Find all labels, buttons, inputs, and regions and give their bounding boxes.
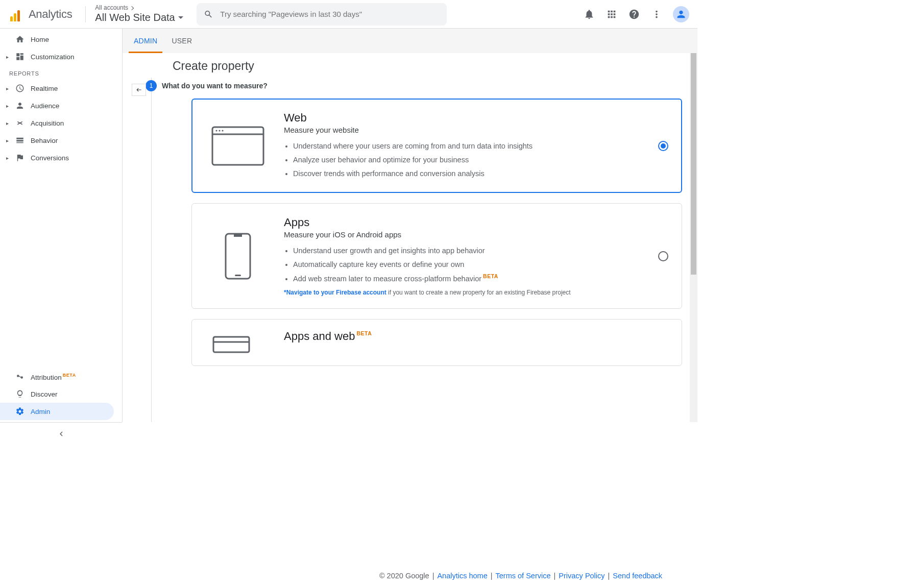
expand-icon: ▸ <box>5 103 9 109</box>
option-bullet: Analyze user behavior and optimize for y… <box>293 153 643 167</box>
expand-icon: ▸ <box>5 138 9 143</box>
sidebar-label: Acquisition <box>31 119 64 127</box>
scrollbar[interactable] <box>690 53 697 422</box>
step-number-badge: 1 <box>146 80 157 91</box>
combo-icon <box>202 330 274 353</box>
option-subtitle: Measure your iOS or Android apps <box>284 230 643 239</box>
svg-point-4 <box>222 130 223 131</box>
sidebar-label: Realtime <box>31 85 58 92</box>
sidebar-label: Conversions <box>31 154 69 162</box>
more-vert-icon <box>651 9 662 20</box>
search-box[interactable] <box>197 3 447 26</box>
option-card-web[interactable]: Web Measure your website Understand wher… <box>191 99 682 193</box>
user-avatar[interactable] <box>673 6 689 22</box>
sidebar-collapse-button[interactable] <box>0 422 122 445</box>
expand-icon: ▸ <box>5 155 9 161</box>
beta-badge: BETA <box>63 373 76 378</box>
sidebar-item-audience[interactable]: ▸Audience <box>0 97 122 114</box>
account-view-label: All Web Site Data <box>95 12 175 23</box>
option-bullet: Add web stream later to measure cross-pl… <box>293 272 643 286</box>
sidebar-item-admin[interactable]: ▸Admin <box>0 403 114 420</box>
gear-icon <box>14 407 26 416</box>
radio-unselected[interactable] <box>658 251 668 261</box>
caret-down-icon <box>178 16 183 19</box>
app-header: Analytics All accounts All Web Site Data <box>0 0 697 29</box>
main-content: ADMIN USER Create property 1 What do you… <box>123 29 697 422</box>
search-input[interactable] <box>220 10 439 18</box>
chevron-left-icon <box>57 429 66 438</box>
attribution-icon <box>14 372 26 381</box>
beta-badge: BETA <box>483 273 498 279</box>
option-title: Apps and webBETA <box>284 330 671 343</box>
more-button[interactable] <box>650 8 663 20</box>
tabs: ADMIN USER <box>123 29 697 53</box>
sidebar-item-customization[interactable]: ▸ Customization <box>0 48 122 65</box>
sidebar-label: Admin <box>31 408 50 415</box>
option-bullet: Understand user growth and get insights … <box>293 244 643 258</box>
step-title: What do you want to measure? <box>162 82 268 90</box>
step-line <box>151 78 152 422</box>
sidebar-label: Home <box>31 36 49 43</box>
svg-point-3 <box>219 130 220 131</box>
sidebar-label: Discover <box>31 390 58 398</box>
firebase-note: *Navigate to your Firebase account if yo… <box>284 289 643 296</box>
grid-icon <box>606 9 617 20</box>
apps-button[interactable] <box>606 8 618 20</box>
sidebar-item-acquisition[interactable]: ▸Acquisition <box>0 114 122 132</box>
sidebar-label: Behavior <box>31 137 58 144</box>
option-bullet: Automatically capture key events or defi… <box>293 258 643 272</box>
home-icon <box>14 35 26 44</box>
person-icon <box>14 101 26 110</box>
sidebar-label: Customization <box>31 53 75 61</box>
option-card-apps-and-web[interactable]: Apps and webBETA <box>191 319 682 366</box>
back-arrow-icon <box>134 86 143 93</box>
option-subtitle: Measure your website <box>284 126 643 134</box>
search-icon <box>204 9 213 19</box>
svg-rect-0 <box>212 127 263 165</box>
firebase-link[interactable]: *Navigate to your Firebase account <box>284 289 386 296</box>
notifications-button[interactable] <box>583 8 595 20</box>
step-header: 1 What do you want to measure? <box>177 80 697 91</box>
svg-rect-6 <box>234 234 242 237</box>
content: Create property 1 What do you want to me… <box>123 53 697 422</box>
divider <box>85 6 86 22</box>
logo[interactable]: Analytics <box>6 7 76 21</box>
option-bullet: Understand where your users are coming f… <box>293 139 643 153</box>
tab-user[interactable]: USER <box>172 29 192 53</box>
sidebar-item-realtime[interactable]: ▸Realtime <box>0 80 122 97</box>
page-title: Create property <box>173 59 697 73</box>
sidebar-item-conversions[interactable]: ▸Conversions <box>0 149 122 166</box>
reports-header: REPORTS <box>0 65 122 80</box>
option-bullet: Discover trends with performance and con… <box>293 167 643 181</box>
svg-rect-8 <box>213 337 249 352</box>
option-card-apps[interactable]: Apps Measure your iOS or Android apps Un… <box>191 203 682 308</box>
sidebar-item-behavior[interactable]: ▸Behavior <box>0 132 122 149</box>
help-icon <box>628 9 640 20</box>
tab-admin[interactable]: ADMIN <box>134 29 157 53</box>
flag-icon <box>14 153 26 162</box>
account-top-label: All accounts <box>95 5 128 12</box>
behavior-icon <box>14 136 26 145</box>
option-title: Apps <box>284 216 643 229</box>
beta-badge: BETA <box>356 330 372 336</box>
sidebar-item-attribution[interactable]: ▸AttributionBETA <box>0 368 122 385</box>
expand-icon: ▸ <box>5 54 9 60</box>
product-name: Analytics <box>29 8 72 21</box>
analytics-logo-icon <box>10 7 25 21</box>
bell-icon <box>584 9 595 20</box>
back-button[interactable] <box>132 84 146 96</box>
expand-icon: ▸ <box>5 120 9 126</box>
chevron-right-icon <box>130 6 134 10</box>
svg-point-2 <box>215 130 217 131</box>
acquisition-icon <box>14 118 26 128</box>
radio-selected[interactable] <box>658 141 668 151</box>
sidebar-item-discover[interactable]: ▸Discover <box>0 385 122 403</box>
svg-rect-5 <box>226 234 250 279</box>
help-button[interactable] <box>628 8 640 20</box>
option-title: Web <box>284 111 643 125</box>
dashboard-icon <box>14 52 26 61</box>
header-actions <box>583 6 691 22</box>
bulb-icon <box>14 389 26 399</box>
account-switcher[interactable]: All accounts All Web Site Data <box>95 5 183 23</box>
sidebar-item-home[interactable]: ▸ Home <box>0 31 122 48</box>
